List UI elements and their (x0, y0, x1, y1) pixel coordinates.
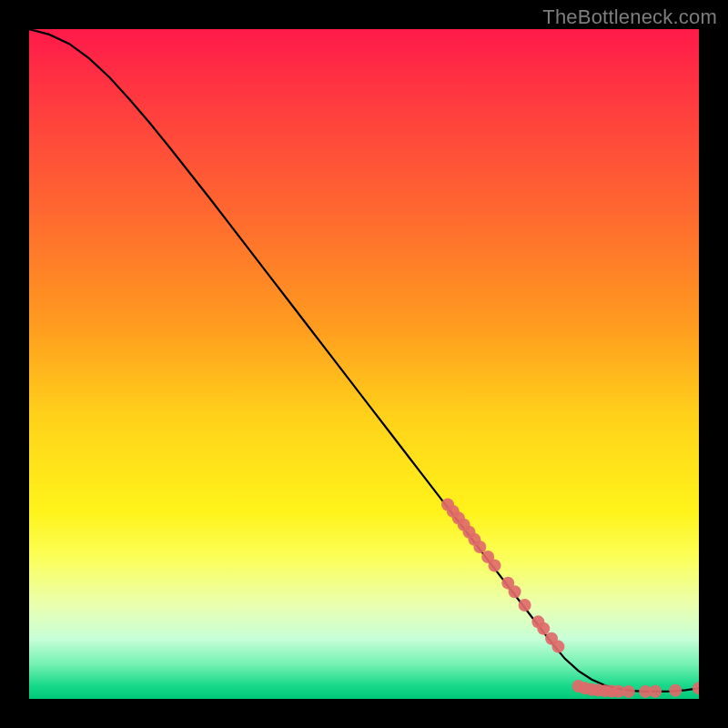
data-marker (639, 685, 652, 698)
chart-frame: TheBottleneck.com (0, 0, 728, 728)
data-marker (585, 683, 598, 696)
data-marker (693, 682, 699, 694)
chart-svg (29, 29, 699, 699)
data-marker (473, 541, 486, 553)
data-marker (501, 577, 514, 590)
data-marker (572, 680, 585, 693)
data-marker (531, 615, 544, 628)
data-marker (452, 511, 465, 524)
data-marker (649, 685, 662, 698)
data-marker (468, 533, 480, 546)
data-markers (441, 499, 699, 698)
data-marker (441, 499, 454, 511)
data-marker (463, 526, 476, 539)
data-marker (519, 599, 531, 612)
data-marker (481, 551, 494, 563)
data-marker (669, 684, 682, 697)
data-marker (509, 585, 521, 598)
data-marker (551, 641, 564, 653)
data-marker (612, 685, 625, 698)
plot-area (29, 29, 699, 699)
attribution-label: TheBottleneck.com (542, 5, 717, 29)
data-marker (622, 685, 635, 698)
data-marker (545, 632, 558, 645)
bottleneck-curve (29, 29, 699, 692)
data-marker (537, 622, 550, 635)
data-marker (605, 685, 618, 698)
data-marker (579, 682, 592, 694)
data-marker (599, 684, 612, 697)
data-marker (447, 505, 460, 518)
data-marker (489, 560, 501, 572)
data-marker (592, 683, 605, 696)
data-marker (458, 519, 470, 531)
